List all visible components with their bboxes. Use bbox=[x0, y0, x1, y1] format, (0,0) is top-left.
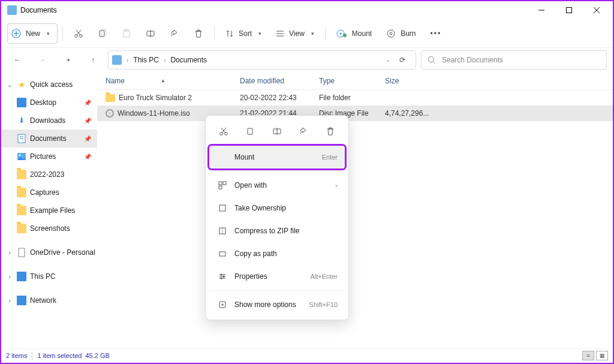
pin-icon: 📌 bbox=[84, 100, 91, 106]
sidebar-quick-access[interactable]: ⌄★Quick access bbox=[1, 76, 97, 94]
pin-icon: 📌 bbox=[84, 136, 91, 142]
close-button[interactable] bbox=[583, 2, 610, 19]
column-date[interactable]: Date modified bbox=[240, 77, 319, 85]
svg-rect-41 bbox=[223, 182, 226, 185]
onedrive-icon bbox=[17, 248, 26, 257]
desktop-icon bbox=[17, 98, 26, 107]
forward-button[interactable]: → bbox=[32, 50, 53, 70]
status-bar: 2 items 1 item selected 45.2 GB ≡ ▦ bbox=[2, 348, 612, 362]
ctx-cut-button[interactable] bbox=[214, 123, 233, 140]
app-icon bbox=[7, 5, 17, 15]
sidebar-folder[interactable]: Captures bbox=[1, 183, 97, 201]
ctx-rename-button[interactable] bbox=[267, 123, 287, 140]
ctx-open-with[interactable]: Open with› bbox=[209, 174, 345, 197]
sidebar-folder[interactable]: 2022-2023 bbox=[1, 166, 97, 183]
sort-icon bbox=[225, 29, 234, 38]
file-row-selected[interactable]: Windows-11-Home.iso 21-02-2022 21:44 Dis… bbox=[97, 106, 613, 121]
sidebar-downloads[interactable]: ⬇Downloads📌 bbox=[1, 112, 97, 130]
properties-icon bbox=[216, 272, 228, 281]
cut-button[interactable] bbox=[68, 23, 89, 44]
address-bar[interactable]: › This PC › Documents ⌄ ⟳ bbox=[108, 50, 416, 70]
sort-button[interactable]: Sort ▾ bbox=[219, 23, 267, 44]
up-button[interactable]: ↑ bbox=[83, 50, 103, 70]
window-title: Documents bbox=[20, 6, 57, 14]
paste-button[interactable] bbox=[116, 23, 137, 44]
burn-icon bbox=[386, 29, 396, 38]
svg-point-23 bbox=[387, 30, 395, 37]
pictures-icon bbox=[17, 152, 26, 161]
sidebar-onedrive[interactable]: ›OneDrive - Personal bbox=[1, 243, 97, 261]
search-input[interactable]: Search Documents bbox=[421, 50, 607, 70]
copy-path-icon bbox=[216, 249, 228, 258]
burn-button[interactable]: Burn bbox=[380, 23, 422, 44]
sort-asc-icon: ▲ bbox=[161, 78, 165, 83]
more-button[interactable]: ••• bbox=[425, 23, 448, 44]
column-type[interactable]: Type bbox=[319, 77, 385, 85]
new-button[interactable]: New ▾ bbox=[7, 23, 58, 44]
ctx-share-button[interactable] bbox=[294, 123, 313, 140]
sidebar-desktop[interactable]: Desktop📌 bbox=[1, 94, 97, 112]
column-name[interactable]: Name▲ bbox=[103, 77, 240, 85]
mount-icon bbox=[336, 29, 347, 38]
folder-icon bbox=[17, 224, 26, 233]
sidebar-documents[interactable]: Documents📌 bbox=[1, 130, 97, 148]
svg-rect-1 bbox=[567, 8, 572, 13]
view-icon bbox=[276, 29, 284, 38]
sidebar-network[interactable]: ›Network bbox=[1, 291, 97, 309]
maximize-button[interactable] bbox=[555, 2, 583, 19]
sidebar-folder[interactable]: Screenshots bbox=[1, 219, 97, 237]
status-selected: 1 item selected bbox=[37, 352, 82, 359]
svg-rect-46 bbox=[219, 252, 225, 256]
ctx-delete-button[interactable] bbox=[321, 123, 340, 140]
ctx-take-ownership[interactable]: Take Ownership bbox=[209, 197, 345, 219]
zip-icon bbox=[216, 227, 228, 235]
recent-chevron[interactable]: ▾ bbox=[58, 50, 78, 70]
svg-point-22 bbox=[343, 34, 347, 37]
status-item-count: 2 items bbox=[6, 352, 27, 359]
ctx-show-more[interactable]: Show more optionsShift+F10 bbox=[209, 293, 345, 316]
svg-line-26 bbox=[434, 62, 435, 64]
rename-button[interactable] bbox=[140, 23, 161, 44]
pc-icon bbox=[17, 272, 26, 281]
ctx-copy-path[interactable]: Copy as path bbox=[209, 242, 345, 265]
plus-icon bbox=[11, 29, 21, 38]
title-bar: Documents bbox=[1, 1, 613, 19]
details-view-toggle[interactable]: ≡ bbox=[582, 351, 594, 360]
pin-icon: 📌 bbox=[84, 154, 91, 160]
sidebar-pictures[interactable]: Pictures📌 bbox=[1, 148, 97, 166]
svg-point-24 bbox=[390, 32, 392, 35]
file-row[interactable]: Euro Truck Simulator 2 20-02-2022 22:43 … bbox=[97, 90, 613, 106]
chevron-down-icon: ▾ bbox=[47, 31, 50, 37]
ctx-compress-zip[interactable]: Compress to ZIP file bbox=[209, 219, 345, 242]
sidebar-folder[interactable]: Example Files bbox=[1, 201, 97, 219]
delete-button[interactable] bbox=[188, 23, 209, 44]
share-button[interactable] bbox=[164, 23, 185, 44]
documents-icon bbox=[17, 134, 26, 143]
view-button[interactable]: View ▾ bbox=[270, 23, 320, 44]
chevron-down-icon[interactable]: ⌄ bbox=[386, 57, 390, 63]
column-size[interactable]: Size bbox=[385, 77, 428, 85]
ctx-mount[interactable]: MountEnter bbox=[209, 146, 345, 169]
ctx-properties[interactable]: PropertiesAlt+Enter bbox=[209, 265, 345, 288]
breadcrumb-current[interactable]: Documents bbox=[168, 55, 209, 65]
open-with-icon bbox=[216, 181, 228, 189]
context-quick-actions bbox=[209, 119, 345, 146]
svg-point-52 bbox=[221, 278, 222, 279]
downloads-icon: ⬇ bbox=[17, 116, 26, 125]
svg-point-21 bbox=[339, 32, 341, 34]
chevron-down-icon: ▾ bbox=[311, 31, 314, 37]
icons-view-toggle[interactable]: ▦ bbox=[596, 351, 608, 360]
svg-point-25 bbox=[429, 57, 434, 62]
breadcrumb-root[interactable]: This PC bbox=[131, 55, 161, 65]
ownership-icon bbox=[216, 204, 228, 212]
mount-button[interactable]: Mount bbox=[330, 23, 378, 44]
svg-rect-42 bbox=[219, 186, 222, 189]
navigation-bar: ← → ▾ ↑ › This PC › Documents ⌄ ⟳ Search… bbox=[1, 48, 613, 72]
network-icon bbox=[17, 296, 26, 305]
sidebar-this-pc[interactable]: ›This PC bbox=[1, 267, 97, 285]
ctx-copy-button[interactable] bbox=[241, 123, 260, 140]
minimize-button[interactable] bbox=[528, 2, 555, 19]
refresh-button[interactable]: ⟳ bbox=[393, 56, 412, 64]
back-button[interactable]: ← bbox=[7, 50, 28, 70]
copy-button[interactable] bbox=[92, 23, 113, 44]
